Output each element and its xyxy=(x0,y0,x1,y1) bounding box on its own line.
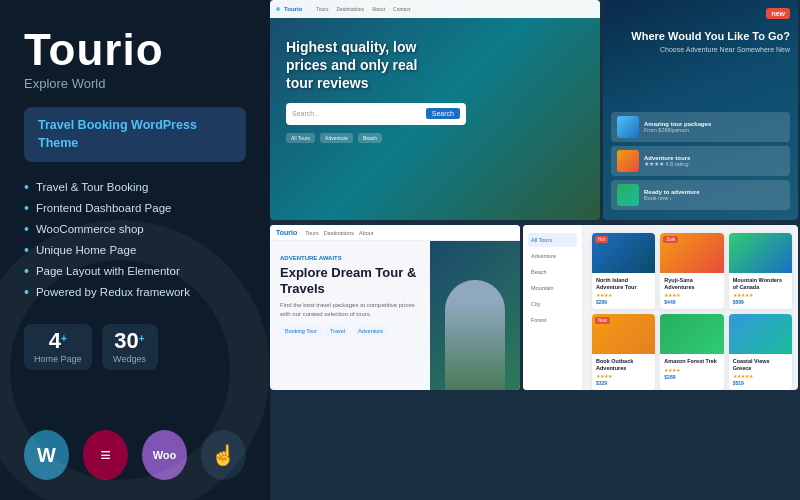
card-text: Adventure tours ★★★★ 4.8 rating xyxy=(644,155,784,167)
left-panel: Tourio Explore World Travel Booking Word… xyxy=(0,0,270,500)
ml-text-side: Adventure Awaits Explore Dream Tour & Tr… xyxy=(270,241,430,390)
right-panel: Tourio Tours Destinations About Contact … xyxy=(270,0,800,500)
icons-row: W ≡ Woo ☝ xyxy=(24,430,246,480)
card-image xyxy=(617,184,639,206)
badge-label: Home Page xyxy=(34,354,82,364)
ml-description: Find the best travel packages at competi… xyxy=(280,301,420,318)
top-right-screenshot: new Where Would You Like To Go? Choose A… xyxy=(603,0,798,220)
card-body: Book Outback Adventures ★★★★ $329 xyxy=(592,354,655,390)
tour-card[interactable]: Hot North Island Adventure Tour ★★★★ $29… xyxy=(592,233,655,309)
tr-card: Adventure tours ★★★★ 4.8 rating xyxy=(611,146,790,176)
main-screenshot: Tourio Tours Destinations About Contact … xyxy=(270,0,600,220)
feature-item: Travel & Tour Booking xyxy=(24,180,246,194)
card-image: Sale xyxy=(660,233,723,273)
card-body: Coastal Views Greece ★★★★★ $519 xyxy=(729,354,792,390)
touch-icon: ☝ xyxy=(201,430,246,480)
hero-content: Highest quality, low prices and only rea… xyxy=(270,18,600,163)
explore-dream-screenshot: Tourio Tours Destinations About Adventur… xyxy=(270,225,520,390)
hero-title: Highest quality, low prices and only rea… xyxy=(286,38,446,93)
nav-links: Tours Destinations About Contact xyxy=(316,6,410,12)
badge-plus: + xyxy=(61,333,67,344)
card-text: Amazing tour packages From $299/person xyxy=(644,121,784,133)
feature-item: Powered by Redux framework xyxy=(24,285,246,299)
card-body: Ryuji-Sana Adventures ★★★★ $449 xyxy=(660,273,723,309)
ml-nav-logo: Tourio xyxy=(276,229,297,236)
tour-card[interactable]: Sale Ryuji-Sana Adventures ★★★★ $449 xyxy=(660,233,723,309)
nav-bar: Tourio Tours Destinations About Contact xyxy=(270,0,600,18)
badge-plus: + xyxy=(139,333,145,344)
ml-title: Explore Dream Tour & Travels xyxy=(280,265,420,296)
tour-card[interactable]: Coastal Views Greece ★★★★★ $519 xyxy=(729,314,792,390)
bottom-sidebar: All Tours Adventure Beach Mountain City … xyxy=(523,225,583,390)
tour-cards-screenshot: All Tours Adventure Beach Mountain City … xyxy=(523,225,798,390)
wordpress-icon: W xyxy=(24,430,69,480)
card-image: New xyxy=(592,314,655,354)
badges-row: 4 + Home Page 30 + Wedges xyxy=(24,324,246,370)
feature-item: WooCommerce shop xyxy=(24,222,246,236)
card-image xyxy=(729,314,792,354)
search-button[interactable]: Search xyxy=(426,108,460,119)
ml-nav-links: Tours Destinations About xyxy=(305,230,373,236)
ml-filters: Booking Tour Travel Adventure xyxy=(280,326,420,336)
badge-number: 30 xyxy=(114,330,138,352)
nav-logo-text: Tourio xyxy=(284,6,302,12)
elementor-icon: ≡ xyxy=(83,430,128,480)
card-image xyxy=(617,150,639,172)
badge-number: 4 xyxy=(49,330,61,352)
card-body: North Island Adventure Tour ★★★★ $299 xyxy=(592,273,655,309)
card-image xyxy=(617,116,639,138)
brand-subtitle: Explore World xyxy=(24,76,246,91)
tr-title: Where Would You Like To Go? Choose Adven… xyxy=(631,30,790,53)
ml-nav: Tourio Tours Destinations About xyxy=(270,225,520,241)
card-body: Amazon Forest Trek ★★★★ $289 xyxy=(660,354,723,384)
ml-content: Adventure Awaits Explore Dream Tour & Tr… xyxy=(270,241,520,390)
tour-cards-grid: Hot North Island Adventure Tour ★★★★ $29… xyxy=(592,233,792,390)
traveler-silhouette xyxy=(445,280,505,390)
home-page-badge: 4 + Home Page xyxy=(24,324,92,370)
card-text: Ready to adventure Book now › xyxy=(644,189,784,201)
search-placeholder: Search... xyxy=(292,110,320,117)
brand-title: Tourio xyxy=(24,28,246,72)
tr-new-badge: new xyxy=(766,8,790,19)
sidebar-city[interactable]: City xyxy=(528,297,577,311)
sidebar-all[interactable]: All Tours xyxy=(528,233,577,247)
tr-cards-preview: Amazing tour packages From $299/person A… xyxy=(611,112,790,210)
tr-card: Amazing tour packages From $299/person xyxy=(611,112,790,142)
sidebar-forest[interactable]: Forest xyxy=(528,313,577,327)
tour-card[interactable]: Mountain Wonders of Canada ★★★★★ $599 xyxy=(729,233,792,309)
tour-card[interactable]: Amazon Forest Trek ★★★★ $289 xyxy=(660,314,723,390)
woocommerce-icon: Woo xyxy=(142,430,187,480)
theme-label: Travel Booking WordPress Theme xyxy=(24,107,246,162)
card-image: Hot xyxy=(592,233,655,273)
tr-card: Ready to adventure Book now › xyxy=(611,180,790,210)
sidebar-beach[interactable]: Beach xyxy=(528,265,577,279)
sidebar-adventure[interactable]: Adventure xyxy=(528,249,577,263)
wedges-badge: 30 + Wedges xyxy=(102,324,158,370)
ml-image xyxy=(430,241,520,390)
card-image xyxy=(660,314,723,354)
ml-eyebrow: Adventure Awaits xyxy=(280,255,420,261)
features-list: Travel & Tour Booking Frontend Dashboard… xyxy=(24,180,246,306)
card-image xyxy=(729,233,792,273)
feature-item: Unique Home Page xyxy=(24,243,246,257)
feature-item: Frontend Dashboard Page xyxy=(24,201,246,215)
bottom-main: Hot North Island Adventure Tour ★★★★ $29… xyxy=(586,225,798,390)
nav-logo-dot xyxy=(276,7,280,11)
filter-chips: All Tours Adventure Beach xyxy=(286,133,584,143)
search-bar[interactable]: Search... Search xyxy=(286,103,466,125)
feature-item: Page Layout with Elementor xyxy=(24,264,246,278)
tour-card[interactable]: New Book Outback Adventures ★★★★ $329 xyxy=(592,314,655,390)
card-body: Mountain Wonders of Canada ★★★★★ $599 xyxy=(729,273,792,309)
sidebar-mountain[interactable]: Mountain xyxy=(528,281,577,295)
badge-label: Wedges xyxy=(113,354,146,364)
